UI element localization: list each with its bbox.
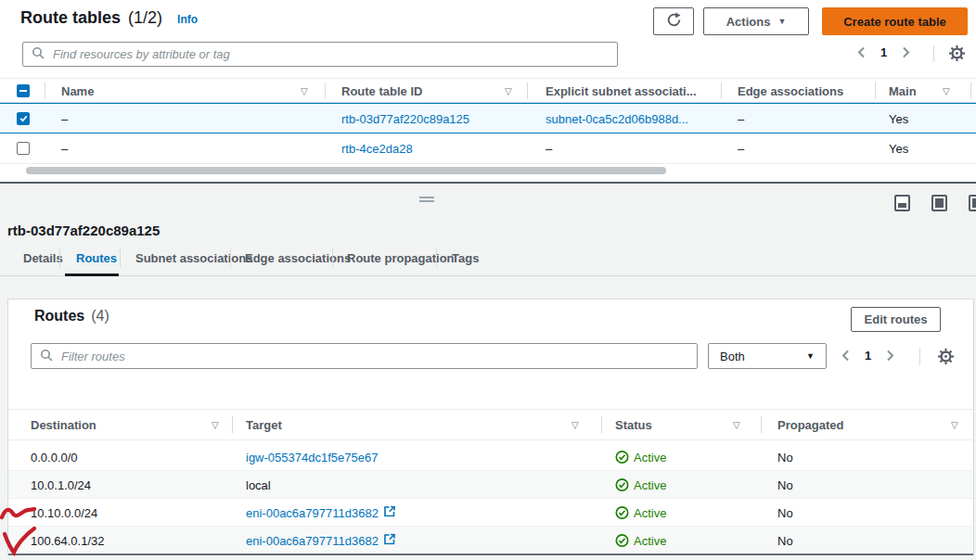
tab-divider	[436, 248, 437, 267]
page-header: Route tables (1/2) Info	[20, 8, 198, 28]
column-header-target[interactable]: Target	[246, 418, 282, 432]
cell-edge: –	[738, 111, 744, 125]
column-header-route-table-id[interactable]: Route table ID	[341, 83, 422, 97]
status-label: Active	[634, 533, 666, 547]
filter-type-value: Both	[720, 350, 745, 363]
sort-icon[interactable]: ▽	[571, 420, 579, 430]
column-header-propagated[interactable]: Propagated	[777, 418, 844, 432]
tab-divider	[59, 248, 60, 267]
routes-filter-box	[31, 343, 698, 369]
refresh-button[interactable]	[653, 7, 694, 35]
route-row: 0.0.0.0/0 igw-055374dc1f5e75e67 Active N…	[8, 443, 973, 471]
sort-icon[interactable]: ▽	[505, 85, 512, 95]
tab-route-propagation[interactable]: Route propagation	[347, 251, 455, 265]
route-table-id-link[interactable]: rtb-03d77af220c89a125	[341, 111, 469, 125]
target-link[interactable]: eni-00ac6a797711d3682	[246, 533, 379, 547]
route-tables-header-row: Name ▽ Route table ID ▽ Explicit subnet …	[0, 78, 976, 103]
column-header-main[interactable]: Main	[889, 83, 917, 97]
selected-route-table-title: rtb-03d77af220c89a125	[7, 223, 160, 238]
tab-tags[interactable]: Tags	[452, 251, 479, 265]
tab-edge-associations[interactable]: Edge associations	[245, 251, 351, 265]
sort-icon[interactable]: ▽	[943, 85, 950, 95]
status-active-icon	[615, 450, 629, 464]
sort-icon[interactable]: ▽	[733, 420, 740, 430]
horizontal-scrollbar-thumb[interactable]	[26, 167, 666, 174]
cell-main: Yes	[889, 111, 908, 125]
page-count: (1/2)	[128, 8, 162, 28]
route-tables-page: Route tables (1/2) Info Actions ▼ Create…	[0, 0, 976, 560]
column-divider	[601, 416, 602, 433]
column-header-status[interactable]: Status	[615, 418, 652, 432]
cell-propagated: No	[777, 505, 793, 519]
cell-target: eni-00ac6a797711d3682	[246, 533, 395, 547]
tab-divider	[230, 248, 231, 267]
info-link[interactable]: Info	[177, 13, 198, 26]
previous-page-icon[interactable]	[857, 46, 866, 58]
routes-count: (4)	[91, 308, 109, 325]
sort-icon[interactable]: ▽	[212, 420, 219, 430]
sort-icon[interactable]: ▽	[301, 85, 308, 95]
routes-filter-input[interactable]	[59, 349, 688, 364]
layout-side-panel-icon[interactable]	[969, 195, 976, 211]
divider	[933, 45, 934, 62]
create-route-table-label: Create route table	[843, 15, 946, 29]
filter-type-select[interactable]: Both ▼	[708, 343, 827, 369]
target-link[interactable]: igw-055374dc1f5e75e67	[246, 450, 378, 464]
select-all-checkbox[interactable]	[17, 84, 30, 97]
tab-routes[interactable]: Routes	[76, 251, 117, 265]
row-checkbox[interactable]	[17, 142, 30, 155]
column-divider	[45, 83, 45, 99]
cell-subnet: –	[546, 142, 552, 156]
panel-resize-handle[interactable]	[419, 197, 434, 202]
active-tab-underline	[65, 274, 119, 276]
cell-status: Active	[615, 477, 666, 491]
route-row: 10.0.1.0/24 local Active No	[8, 471, 973, 499]
external-link-icon[interactable]	[384, 505, 395, 519]
cell-target: local	[246, 477, 271, 491]
cell-edge: –	[738, 142, 744, 156]
tab-details[interactable]: Details	[23, 251, 63, 265]
tab-subnet-associations[interactable]: Subnet associations	[135, 251, 252, 265]
next-page-icon[interactable]	[902, 46, 910, 58]
sort-icon[interactable]: ▽	[951, 420, 958, 430]
tab-divider	[332, 248, 333, 267]
route-row: 100.64.0.1/32 eni-00ac6a797711d3682 Acti…	[8, 527, 973, 554]
external-link-icon[interactable]	[384, 533, 395, 547]
column-header-explicit-subnet[interactable]: Explicit subnet associati...	[546, 83, 697, 97]
status-label: Active	[634, 505, 666, 519]
page-title: Route tables	[20, 8, 121, 28]
layout-full-panel-icon[interactable]	[931, 195, 947, 211]
pagination-routes: 1	[841, 349, 894, 363]
page-number[interactable]: 1	[865, 349, 871, 363]
page-number[interactable]: 1	[880, 45, 887, 59]
search-icon	[32, 46, 45, 62]
actions-button[interactable]: Actions ▼	[703, 7, 809, 35]
target-link[interactable]: eni-00ac6a797711d3682	[246, 505, 379, 519]
settings-gear-icon[interactable]	[948, 45, 966, 65]
column-divider	[232, 416, 233, 433]
next-page-icon[interactable]	[886, 350, 894, 362]
edit-routes-button[interactable]: Edit routes	[851, 307, 941, 332]
route-row: 10.10.0.0/24 eni-00ac6a797711d3682 Activ…	[8, 499, 973, 527]
subnet-association-link[interactable]: subnet-0ca5c2d06b988d...	[546, 111, 688, 125]
column-header-name[interactable]: Name	[61, 83, 94, 97]
search-input[interactable]	[51, 46, 609, 62]
previous-page-icon[interactable]	[841, 350, 850, 362]
layout-bottom-panel-icon[interactable]	[894, 195, 910, 211]
route-table-id-link[interactable]: rtb-4ce2da28	[341, 142, 413, 156]
cell-destination: 0.0.0.0/0	[31, 450, 78, 464]
row-checkbox[interactable]	[17, 112, 30, 125]
create-route-table-button[interactable]: Create route table	[822, 7, 968, 35]
routes-panel-header: Routes (4)	[34, 308, 109, 325]
column-header-destination[interactable]: Destination	[31, 418, 96, 432]
table-row[interactable]: – rtb-03d77af220c89a125 subnet-0ca5c2d06…	[0, 103, 976, 134]
search-icon	[40, 349, 53, 364]
column-header-edge-associations[interactable]: Edge associations	[738, 83, 843, 97]
cell-status: Active	[615, 450, 666, 464]
settings-gear-icon[interactable]	[937, 348, 955, 368]
column-divider	[875, 83, 876, 99]
column-divider	[527, 83, 528, 99]
caret-down-icon: ▼	[777, 18, 786, 26]
column-divider	[325, 83, 326, 99]
table-row[interactable]: – rtb-4ce2da28 – – Yes	[0, 134, 976, 164]
